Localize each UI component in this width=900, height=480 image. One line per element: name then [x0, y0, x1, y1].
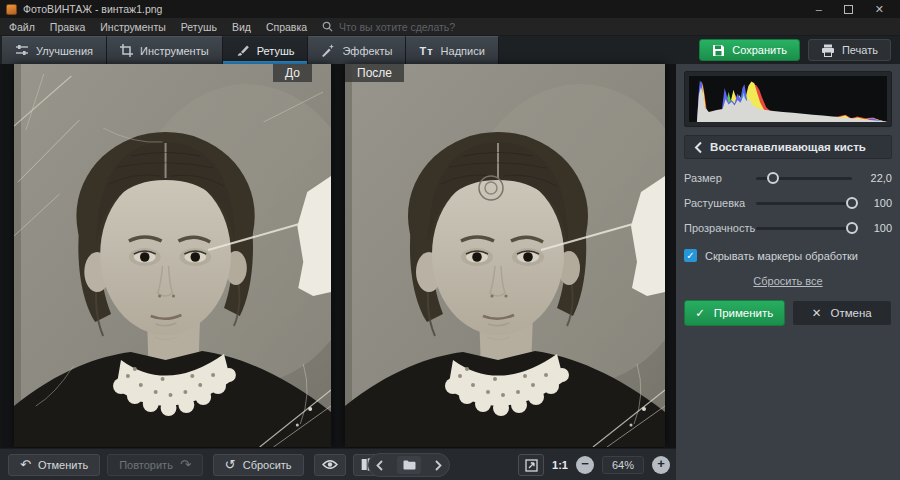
tab-captions[interactable]: Tт Надписи — [406, 36, 498, 64]
opacity-slider[interactable] — [756, 227, 852, 230]
top-actions: Сохранить Печать — [699, 36, 900, 64]
minimize-icon[interactable]: – — [816, 4, 822, 15]
undo-button[interactable]: ↶ Отменить — [8, 454, 100, 476]
feather-slider-thumb[interactable] — [846, 197, 858, 209]
undo-icon: ↶ — [20, 458, 31, 471]
tab-bar: Улучшения Инструменты Ретушь Эффекты Tт … — [0, 36, 900, 64]
tab-label: Эффекты — [342, 45, 392, 57]
feather-slider[interactable] — [756, 202, 852, 205]
tab-label: Надписи — [441, 45, 485, 57]
tabbar-spacer — [499, 36, 699, 64]
floppy-icon — [712, 44, 725, 57]
menu-bar: Файл Правка Инструменты Ретушь Вид Справ… — [0, 18, 900, 36]
tool-title: Восстанавливающая кисть — [710, 141, 866, 153]
photo-before[interactable] — [14, 64, 331, 447]
app-icon — [6, 4, 17, 15]
reset-icon: ↺ — [225, 458, 236, 471]
zoom-out-button[interactable]: − — [576, 456, 594, 474]
size-slider-row: Размер 22,0 — [684, 172, 892, 184]
hide-markers-label: Скрывать маркеры обработки — [705, 250, 858, 262]
hide-markers-row: ✓ Скрывать маркеры обработки — [684, 249, 892, 262]
search-placeholder: Что вы хотите сделать? — [339, 21, 455, 33]
tab-retouch[interactable]: Ретушь — [223, 36, 309, 64]
menu-item-retouch[interactable]: Ретушь — [181, 21, 217, 33]
bottom-bar: ↶ Отменить Повторить ↷ ↺ Сбросить — [0, 448, 676, 480]
tab-label: Инструменты — [140, 45, 209, 57]
canvas-area: До После — [0, 64, 676, 448]
side-panel: Восстанавливающая кисть Размер 22,0 Раст… — [676, 64, 900, 480]
opacity-label: Прозрачность — [684, 222, 756, 234]
size-slider-thumb[interactable] — [767, 172, 779, 184]
size-value: 22,0 — [862, 172, 892, 184]
panel-actions: ✓ Применить ✕ Отмена — [684, 300, 892, 326]
previous-photo-icon[interactable] — [376, 460, 383, 471]
menu-item-help[interactable]: Справка — [266, 21, 307, 33]
window-title: ФотоВИНТАЖ - винтаж1.png — [23, 3, 162, 15]
histogram — [689, 76, 887, 122]
feather-value: 100 — [862, 197, 892, 209]
preview-original-button[interactable] — [314, 454, 346, 476]
close-icon[interactable]: ✕ — [875, 4, 884, 15]
open-folder-button[interactable] — [397, 456, 421, 474]
reset-all-link[interactable]: Сбросить все — [684, 275, 892, 287]
opacity-slider-thumb[interactable] — [846, 222, 858, 234]
printer-icon — [821, 44, 835, 57]
tab-label: Ретушь — [257, 45, 295, 57]
main-area: До После ↶ Отменить Повторить ↷ ↺ Сброси… — [0, 64, 900, 480]
cancel-label: Отмена — [830, 307, 871, 319]
text-icon: Tт — [419, 45, 433, 57]
apply-button[interactable]: ✓ Применить — [684, 300, 785, 326]
window-controls: – ✕ — [816, 4, 894, 15]
tool-panel-header: Восстанавливающая кисть — [684, 135, 892, 159]
check-icon: ✓ — [695, 306, 705, 320]
print-button[interactable]: Печать — [808, 39, 891, 61]
reset-label: Сбросить — [243, 459, 292, 471]
search-icon — [322, 21, 333, 32]
redo-button[interactable]: Повторить ↷ — [107, 454, 203, 476]
size-slider[interactable] — [756, 177, 852, 180]
tune-icon — [15, 44, 29, 57]
title-bar: ФотоВИНТАЖ - винтаж1.png – ✕ — [0, 0, 900, 18]
histogram-chart — [689, 76, 887, 122]
brush-icon — [236, 44, 250, 57]
cross-icon: ✕ — [812, 306, 822, 320]
back-chevron-icon[interactable] — [694, 141, 702, 154]
histogram-box — [684, 71, 892, 127]
zoom-in-button[interactable]: + — [652, 456, 670, 474]
tab-tools[interactable]: Инструменты — [107, 36, 223, 64]
photo-after[interactable] — [345, 64, 665, 447]
save-label: Сохранить — [732, 44, 787, 56]
feather-label: Растушевка — [684, 197, 756, 209]
size-label: Размер — [684, 172, 756, 184]
workspace: До После ↶ Отменить Повторить ↷ ↺ Сброси… — [0, 64, 676, 480]
fit-to-screen-button[interactable] — [518, 454, 544, 476]
save-button[interactable]: Сохранить — [699, 39, 800, 61]
cancel-button[interactable]: ✕ Отмена — [792, 300, 893, 326]
redo-icon: ↷ — [180, 458, 191, 471]
apply-label: Применить — [714, 307, 773, 319]
zoom-controls: 1:1 − 64% + — [518, 453, 670, 477]
help-search-field[interactable]: Что вы хотите сделать? — [322, 21, 455, 33]
tab-effects[interactable]: Эффекты — [308, 36, 406, 64]
file-navigation — [368, 453, 450, 477]
menu-item-edit[interactable]: Правка — [50, 21, 85, 33]
menu-item-tools[interactable]: Инструменты — [100, 21, 165, 33]
feather-slider-row: Растушевка 100 — [684, 197, 892, 209]
opacity-slider-row: Прозрачность 100 — [684, 222, 892, 234]
undo-label: Отменить — [38, 459, 88, 471]
opacity-value: 100 — [862, 222, 892, 234]
print-label: Печать — [842, 44, 878, 56]
redo-label: Повторить — [119, 459, 173, 471]
menu-item-file[interactable]: Файл — [9, 21, 35, 33]
magic-wand-icon — [321, 44, 335, 57]
next-photo-icon[interactable] — [435, 460, 442, 471]
fit-screen-icon — [525, 459, 538, 472]
tab-enhancements[interactable]: Улучшения — [2, 36, 107, 64]
hide-markers-checkbox[interactable]: ✓ — [684, 249, 697, 262]
reset-button[interactable]: ↺ Сбросить — [213, 454, 304, 476]
maximize-icon[interactable] — [844, 5, 853, 14]
zoom-level[interactable]: 64% — [602, 456, 644, 474]
actual-size-button[interactable]: 1:1 — [552, 459, 568, 471]
menu-item-view[interactable]: Вид — [232, 21, 251, 33]
after-label: После — [345, 64, 404, 82]
